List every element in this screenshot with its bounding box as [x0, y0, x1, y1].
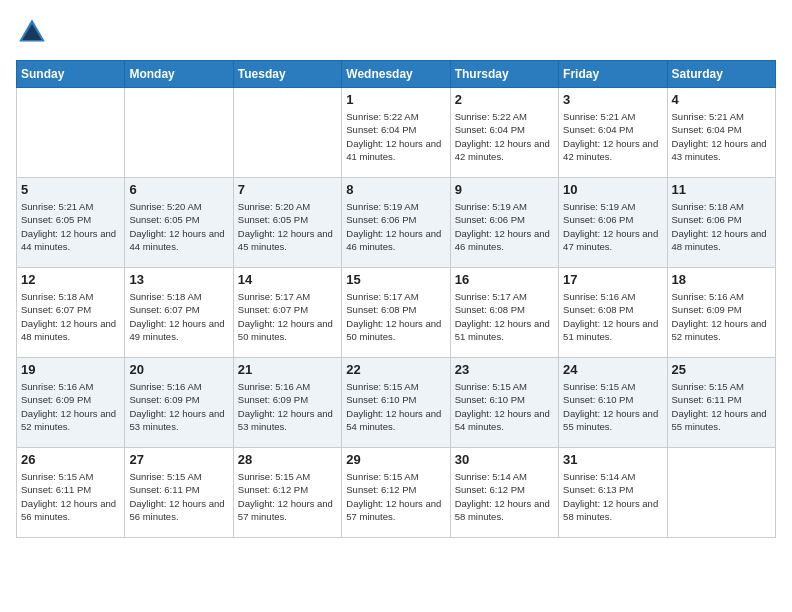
day-info: Sunrise: 5:16 AM Sunset: 6:09 PM Dayligh…: [129, 380, 228, 433]
calendar-week-row: 26Sunrise: 5:15 AM Sunset: 6:11 PM Dayli…: [17, 448, 776, 538]
col-header-tuesday: Tuesday: [233, 61, 341, 88]
day-info: Sunrise: 5:19 AM Sunset: 6:06 PM Dayligh…: [346, 200, 445, 253]
calendar-cell: 18Sunrise: 5:16 AM Sunset: 6:09 PM Dayli…: [667, 268, 775, 358]
calendar-cell: 22Sunrise: 5:15 AM Sunset: 6:10 PM Dayli…: [342, 358, 450, 448]
day-info: Sunrise: 5:15 AM Sunset: 6:10 PM Dayligh…: [346, 380, 445, 433]
day-number: 31: [563, 452, 662, 467]
day-info: Sunrise: 5:21 AM Sunset: 6:05 PM Dayligh…: [21, 200, 120, 253]
calendar-cell: 1Sunrise: 5:22 AM Sunset: 6:04 PM Daylig…: [342, 88, 450, 178]
day-number: 22: [346, 362, 445, 377]
calendar-cell: 24Sunrise: 5:15 AM Sunset: 6:10 PM Dayli…: [559, 358, 667, 448]
calendar-cell: 30Sunrise: 5:14 AM Sunset: 6:12 PM Dayli…: [450, 448, 558, 538]
day-info: Sunrise: 5:17 AM Sunset: 6:08 PM Dayligh…: [455, 290, 554, 343]
day-number: 15: [346, 272, 445, 287]
day-info: Sunrise: 5:20 AM Sunset: 6:05 PM Dayligh…: [238, 200, 337, 253]
day-info: Sunrise: 5:16 AM Sunset: 6:08 PM Dayligh…: [563, 290, 662, 343]
day-info: Sunrise: 5:15 AM Sunset: 6:12 PM Dayligh…: [238, 470, 337, 523]
col-header-sunday: Sunday: [17, 61, 125, 88]
calendar-cell: [667, 448, 775, 538]
day-info: Sunrise: 5:15 AM Sunset: 6:10 PM Dayligh…: [563, 380, 662, 433]
col-header-saturday: Saturday: [667, 61, 775, 88]
calendar-cell: 25Sunrise: 5:15 AM Sunset: 6:11 PM Dayli…: [667, 358, 775, 448]
calendar-cell: 13Sunrise: 5:18 AM Sunset: 6:07 PM Dayli…: [125, 268, 233, 358]
day-info: Sunrise: 5:19 AM Sunset: 6:06 PM Dayligh…: [455, 200, 554, 253]
day-info: Sunrise: 5:14 AM Sunset: 6:12 PM Dayligh…: [455, 470, 554, 523]
day-info: Sunrise: 5:16 AM Sunset: 6:09 PM Dayligh…: [21, 380, 120, 433]
day-info: Sunrise: 5:15 AM Sunset: 6:10 PM Dayligh…: [455, 380, 554, 433]
day-number: 26: [21, 452, 120, 467]
day-info: Sunrise: 5:17 AM Sunset: 6:08 PM Dayligh…: [346, 290, 445, 343]
calendar-cell: 20Sunrise: 5:16 AM Sunset: 6:09 PM Dayli…: [125, 358, 233, 448]
calendar-cell: 3Sunrise: 5:21 AM Sunset: 6:04 PM Daylig…: [559, 88, 667, 178]
day-number: 4: [672, 92, 771, 107]
calendar-cell: 9Sunrise: 5:19 AM Sunset: 6:06 PM Daylig…: [450, 178, 558, 268]
day-number: 3: [563, 92, 662, 107]
calendar-cell: 27Sunrise: 5:15 AM Sunset: 6:11 PM Dayli…: [125, 448, 233, 538]
calendar-cell: 5Sunrise: 5:21 AM Sunset: 6:05 PM Daylig…: [17, 178, 125, 268]
day-number: 11: [672, 182, 771, 197]
calendar-cell: 7Sunrise: 5:20 AM Sunset: 6:05 PM Daylig…: [233, 178, 341, 268]
calendar-cell: 31Sunrise: 5:14 AM Sunset: 6:13 PM Dayli…: [559, 448, 667, 538]
calendar-cell: 2Sunrise: 5:22 AM Sunset: 6:04 PM Daylig…: [450, 88, 558, 178]
calendar-week-row: 19Sunrise: 5:16 AM Sunset: 6:09 PM Dayli…: [17, 358, 776, 448]
day-number: 8: [346, 182, 445, 197]
day-number: 29: [346, 452, 445, 467]
day-number: 9: [455, 182, 554, 197]
day-info: Sunrise: 5:18 AM Sunset: 6:07 PM Dayligh…: [21, 290, 120, 343]
calendar-cell: 16Sunrise: 5:17 AM Sunset: 6:08 PM Dayli…: [450, 268, 558, 358]
day-number: 10: [563, 182, 662, 197]
calendar-header-row: SundayMondayTuesdayWednesdayThursdayFrid…: [17, 61, 776, 88]
day-number: 12: [21, 272, 120, 287]
day-info: Sunrise: 5:22 AM Sunset: 6:04 PM Dayligh…: [346, 110, 445, 163]
day-info: Sunrise: 5:21 AM Sunset: 6:04 PM Dayligh…: [672, 110, 771, 163]
day-info: Sunrise: 5:19 AM Sunset: 6:06 PM Dayligh…: [563, 200, 662, 253]
calendar-cell: 8Sunrise: 5:19 AM Sunset: 6:06 PM Daylig…: [342, 178, 450, 268]
calendar-cell: 15Sunrise: 5:17 AM Sunset: 6:08 PM Dayli…: [342, 268, 450, 358]
calendar-cell: 26Sunrise: 5:15 AM Sunset: 6:11 PM Dayli…: [17, 448, 125, 538]
calendar-cell: 21Sunrise: 5:16 AM Sunset: 6:09 PM Dayli…: [233, 358, 341, 448]
day-info: Sunrise: 5:22 AM Sunset: 6:04 PM Dayligh…: [455, 110, 554, 163]
logo: [16, 16, 52, 48]
day-info: Sunrise: 5:15 AM Sunset: 6:12 PM Dayligh…: [346, 470, 445, 523]
day-number: 18: [672, 272, 771, 287]
day-number: 27: [129, 452, 228, 467]
day-number: 7: [238, 182, 337, 197]
day-number: 28: [238, 452, 337, 467]
day-number: 5: [21, 182, 120, 197]
day-number: 30: [455, 452, 554, 467]
calendar-cell: 29Sunrise: 5:15 AM Sunset: 6:12 PM Dayli…: [342, 448, 450, 538]
col-header-thursday: Thursday: [450, 61, 558, 88]
calendar-cell: 14Sunrise: 5:17 AM Sunset: 6:07 PM Dayli…: [233, 268, 341, 358]
calendar-cell: [17, 88, 125, 178]
calendar-cell: 11Sunrise: 5:18 AM Sunset: 6:06 PM Dayli…: [667, 178, 775, 268]
day-number: 23: [455, 362, 554, 377]
calendar-cell: [125, 88, 233, 178]
calendar-cell: 19Sunrise: 5:16 AM Sunset: 6:09 PM Dayli…: [17, 358, 125, 448]
calendar-week-row: 12Sunrise: 5:18 AM Sunset: 6:07 PM Dayli…: [17, 268, 776, 358]
day-number: 24: [563, 362, 662, 377]
day-number: 25: [672, 362, 771, 377]
calendar-cell: 17Sunrise: 5:16 AM Sunset: 6:08 PM Dayli…: [559, 268, 667, 358]
day-info: Sunrise: 5:17 AM Sunset: 6:07 PM Dayligh…: [238, 290, 337, 343]
day-info: Sunrise: 5:16 AM Sunset: 6:09 PM Dayligh…: [238, 380, 337, 433]
page-header: [16, 16, 776, 48]
day-number: 14: [238, 272, 337, 287]
calendar-cell: [233, 88, 341, 178]
day-number: 20: [129, 362, 228, 377]
calendar-week-row: 1Sunrise: 5:22 AM Sunset: 6:04 PM Daylig…: [17, 88, 776, 178]
day-info: Sunrise: 5:15 AM Sunset: 6:11 PM Dayligh…: [672, 380, 771, 433]
col-header-monday: Monday: [125, 61, 233, 88]
calendar-cell: 6Sunrise: 5:20 AM Sunset: 6:05 PM Daylig…: [125, 178, 233, 268]
col-header-friday: Friday: [559, 61, 667, 88]
calendar-table: SundayMondayTuesdayWednesdayThursdayFrid…: [16, 60, 776, 538]
day-number: 19: [21, 362, 120, 377]
day-number: 2: [455, 92, 554, 107]
day-info: Sunrise: 5:16 AM Sunset: 6:09 PM Dayligh…: [672, 290, 771, 343]
day-info: Sunrise: 5:21 AM Sunset: 6:04 PM Dayligh…: [563, 110, 662, 163]
day-number: 13: [129, 272, 228, 287]
day-number: 1: [346, 92, 445, 107]
day-info: Sunrise: 5:18 AM Sunset: 6:07 PM Dayligh…: [129, 290, 228, 343]
day-info: Sunrise: 5:15 AM Sunset: 6:11 PM Dayligh…: [129, 470, 228, 523]
calendar-cell: 10Sunrise: 5:19 AM Sunset: 6:06 PM Dayli…: [559, 178, 667, 268]
day-number: 21: [238, 362, 337, 377]
